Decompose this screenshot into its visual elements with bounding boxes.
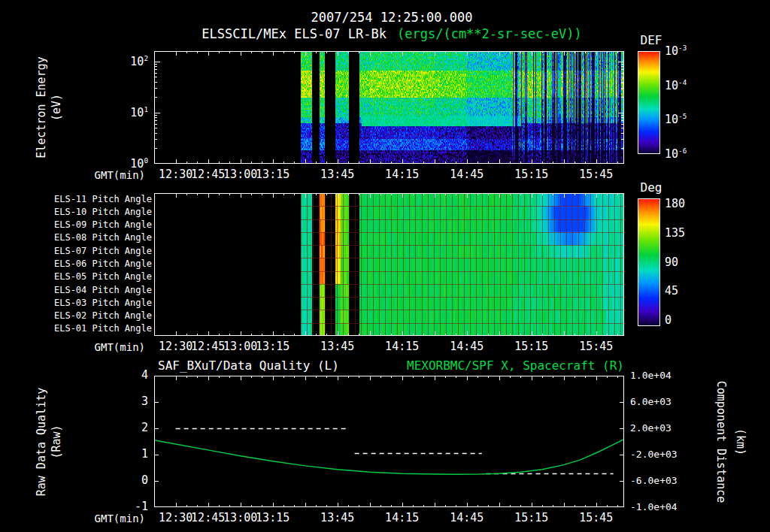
page-title-datetime: 2007/254 12:25:00.000 bbox=[311, 11, 473, 26]
distance-ytick-label: 1.0e+04 bbox=[630, 370, 671, 382]
x-tick-label-p1: 15:45 bbox=[579, 168, 613, 181]
x-tick-label-p2: 13:45 bbox=[320, 340, 354, 353]
x-tick-label-p1: 14:45 bbox=[450, 168, 484, 181]
distance-ytick-label: 2.0e+03 bbox=[630, 423, 671, 434]
x-tick-label-p1: 15:15 bbox=[514, 168, 548, 181]
x-tick-label-p1: 13:00 bbox=[223, 168, 257, 181]
quality-axis-label: Raw Data Quality bbox=[35, 388, 48, 497]
x-tick-label-p1: 12:30 bbox=[159, 168, 192, 181]
quality-ytick-label: 0 bbox=[141, 474, 148, 487]
x-tick-label-p2: 13:00 bbox=[223, 340, 257, 353]
distance-axis-units: (km) bbox=[733, 428, 746, 455]
x-tick-label-p2: 12:30 bbox=[159, 340, 192, 353]
pitch-row-label: ELS-01 Pitch Angle bbox=[54, 324, 152, 334]
deg-colorbar-title: Deg bbox=[641, 181, 662, 195]
distance-ytick-label: -1.0e+04 bbox=[630, 502, 678, 513]
energy-ytick-label: 102 bbox=[130, 55, 148, 68]
pitch-row-label: ELS-05 Pitch Angle bbox=[54, 272, 152, 283]
x-tick-label-p3: 12:45 bbox=[191, 512, 225, 524]
x-tick-label-p2: 13:15 bbox=[256, 340, 290, 353]
def-colorbar-tick: 10-5 bbox=[665, 113, 687, 126]
x-tick-label-p3: 14:45 bbox=[450, 512, 484, 524]
def-colorbar-tick: 10-6 bbox=[665, 147, 687, 161]
x-tick-label-p2: 14:15 bbox=[385, 340, 419, 353]
pitch-row-label: ELS-04 Pitch Angle bbox=[54, 286, 152, 296]
x-tick-label-p1: 12:45 bbox=[191, 168, 225, 181]
pitch-row-label: ELS-02 Pitch Angle bbox=[54, 311, 152, 322]
gmt-label-panel3: GMT(min) bbox=[95, 512, 145, 524]
pitch-angle-heatmap-canvas bbox=[154, 193, 624, 336]
deg-colorbar-tick: 90 bbox=[665, 256, 678, 269]
pitch-row-label: ELS-10 Pitch Angle bbox=[54, 207, 152, 218]
distance-ytick-label: 6.0e+03 bbox=[630, 397, 671, 408]
x-tick-label-p3: 13:15 bbox=[256, 512, 290, 524]
quality-ytick-label: -1 bbox=[135, 500, 148, 513]
x-tick-label-p1: 13:15 bbox=[256, 168, 290, 181]
page-title-line2: ELSSCIL/MEx ELS-07 LR-Bk(ergs/(cm**2-sr-… bbox=[202, 27, 581, 42]
distance-ytick-label: -6.0e+03 bbox=[630, 476, 678, 487]
line-chart-title-left: SAF_BXuT/Data Quality (L) bbox=[158, 359, 339, 373]
deg-colorbar-tick: 0 bbox=[665, 314, 671, 327]
x-tick-label-p3: 12:30 bbox=[159, 512, 192, 524]
deg-colorbar-tick: 180 bbox=[665, 198, 685, 210]
pitch-row-label: ELS-08 Pitch Angle bbox=[54, 234, 152, 244]
pitch-row-label: ELS-06 Pitch Angle bbox=[54, 259, 152, 270]
def-colorbar bbox=[638, 51, 660, 154]
energy-axis-units: (eV) bbox=[50, 94, 63, 121]
gmt-label-panel1: GMT(min) bbox=[95, 169, 145, 181]
gmt-label-panel2: GMT(min) bbox=[95, 341, 145, 353]
title-units: (ergs/(cm**2-sr-sec-eV)) bbox=[397, 26, 582, 41]
x-tick-label-p1: 14:15 bbox=[385, 168, 419, 181]
pitch-row-label: ELS-11 Pitch Angle bbox=[54, 195, 152, 205]
line-chart-title-right: MEXORBMC/SPF X, Spacecraft (R) bbox=[407, 359, 624, 373]
pitch-row-label: ELS-07 Pitch Angle bbox=[54, 246, 152, 257]
x-tick-label-p3: 13:00 bbox=[223, 512, 257, 524]
quality-ytick-label: 1 bbox=[141, 448, 148, 461]
quality-ytick-label: 4 bbox=[141, 369, 148, 382]
quality-ytick-label: 2 bbox=[141, 422, 148, 434]
deg-colorbar bbox=[638, 198, 660, 326]
els-quicklook-plot-page: 2007/254 12:25:00.000 ELSSCIL/MEx ELS-07… bbox=[0, 0, 770, 532]
x-tick-label-p1: 13:45 bbox=[320, 168, 354, 181]
def-colorbar-tick: 10-4 bbox=[665, 79, 687, 92]
quality-ytick-label: 3 bbox=[141, 395, 148, 408]
pitch-row-label: ELS-03 Pitch Angle bbox=[54, 298, 152, 309]
distance-axis-label: Component Distance bbox=[714, 381, 726, 503]
deg-colorbar-tick: 135 bbox=[665, 227, 685, 240]
x-tick-label-p2: 15:15 bbox=[514, 340, 548, 353]
x-tick-label-p3: 13:45 bbox=[320, 512, 354, 524]
x-tick-label-p3: 15:45 bbox=[579, 512, 613, 524]
x-tick-label-p2: 14:45 bbox=[450, 340, 484, 353]
energy-axis-label: Electron Energy bbox=[35, 56, 48, 158]
x-tick-label-p2: 15:45 bbox=[579, 340, 613, 353]
quality-axis-units: (Raw) bbox=[50, 425, 63, 458]
pitch-row-label: ELS-09 Pitch Angle bbox=[54, 220, 152, 231]
x-tick-label-p2: 12:45 bbox=[191, 340, 225, 353]
distance-ytick-label: -2.0e+03 bbox=[630, 449, 678, 461]
energy-ytick-label: 100 bbox=[130, 157, 148, 171]
electron-energy-spectrogram-canvas bbox=[154, 51, 624, 164]
deg-colorbar-tick: 45 bbox=[665, 286, 678, 298]
x-tick-label-p3: 15:15 bbox=[514, 512, 548, 524]
def-colorbar-tick: 10-3 bbox=[665, 44, 687, 58]
quality-distance-line-chart-canvas bbox=[154, 376, 624, 507]
energy-ytick-label: 101 bbox=[130, 106, 148, 119]
title-instrument: ELSSCIL/MEx ELS-07 LR-Bk bbox=[202, 26, 387, 41]
x-tick-label-p3: 14:15 bbox=[385, 512, 419, 524]
def-colorbar-title: DEF bbox=[641, 34, 662, 47]
